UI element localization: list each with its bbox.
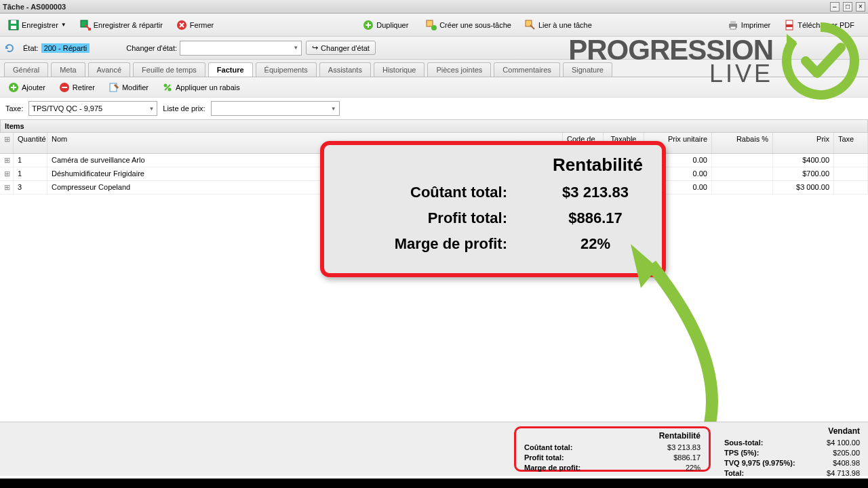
footer-totals-box: Vendant Sous-total:$4 100.00TPS (5%):$20…: [724, 426, 860, 472]
save-dispatch-button[interactable]: Enregistrer & répartir: [76, 18, 167, 33]
tab-pièces-jointes[interactable]: Pièces jointes: [427, 62, 491, 77]
close-window-button[interactable]: ×: [856, 2, 865, 12]
edit-icon: [108, 82, 119, 93]
save-button[interactable]: Enregistrer ▼: [4, 18, 71, 33]
subtask-icon: [426, 20, 437, 30]
chevron-down-icon: ▼: [293, 45, 298, 51]
tab-signature[interactable]: Signature: [563, 62, 612, 77]
pdf-icon: [784, 20, 795, 30]
state-label: État:: [23, 44, 39, 52]
footer-totals-title: Vendant: [724, 426, 860, 436]
callout-title: Rentabilité: [343, 155, 643, 176]
tab-avancé[interactable]: Avancé: [88, 62, 131, 77]
window-title: Tâche - AS000003: [3, 3, 66, 11]
tab-facture[interactable]: Facture: [208, 62, 253, 77]
download-pdf-button[interactable]: Télécharger PDF: [780, 18, 859, 33]
close-button[interactable]: Fermer: [172, 18, 218, 33]
tab-assistants[interactable]: Assistants: [319, 62, 371, 77]
footer-rent-title: Rentabilité: [524, 431, 701, 441]
minus-icon: [59, 82, 70, 93]
svg-point-17: [164, 83, 167, 87]
chevron-down-icon: ▼: [61, 22, 66, 28]
refresh-icon[interactable]: [4, 43, 15, 54]
apply-rebate-button[interactable]: Appliquer un rabais: [158, 80, 244, 95]
printer-icon: [728, 20, 738, 30]
profitability-callout: Rentabilité Coûtant total:$3 213.83Profi…: [320, 141, 666, 277]
change-state-button[interactable]: ↪ Changer d'état: [306, 41, 376, 55]
items-section-title: Items: [0, 119, 868, 133]
tab-commentaires[interactable]: Commentaires: [494, 62, 560, 77]
svg-rect-10: [730, 21, 736, 24]
modify-button[interactable]: Modifier: [104, 80, 153, 95]
col-qty[interactable]: Quantité: [14, 133, 47, 153]
percent-icon: [162, 82, 173, 93]
col-taxe[interactable]: Taxe: [834, 133, 868, 153]
tab-historique[interactable]: Historique: [374, 62, 425, 77]
taxe-label: Taxe:: [5, 104, 23, 113]
close-icon: [176, 20, 187, 30]
floppy-icon: [8, 20, 19, 30]
chevron-down-icon: ▼: [331, 106, 336, 112]
taxe-select[interactable]: TPS/TVQ QC - 9,975▼: [28, 101, 157, 116]
state-value: 200 - Réparti: [41, 43, 90, 53]
footer-profitability-box: Rentabilité Coûtant total:$3 213.83Profi…: [514, 426, 711, 472]
plus-icon: [8, 82, 19, 93]
svg-point-7: [431, 25, 437, 30]
minimize-button[interactable]: –: [830, 2, 840, 12]
expand-icon[interactable]: ⊞: [0, 167, 14, 180]
svg-rect-13: [786, 24, 793, 27]
expand-header[interactable]: ⊞: [0, 133, 14, 153]
tab-général[interactable]: Général: [4, 62, 48, 77]
change-state-select[interactable]: ▼: [180, 41, 302, 56]
svg-rect-2: [11, 26, 16, 29]
link-task-button[interactable]: Lier à une tâche: [521, 18, 596, 33]
arrow-right-icon: ↪: [312, 43, 318, 52]
svg-rect-11: [730, 26, 736, 29]
black-bar: [0, 479, 868, 488]
expand-icon[interactable]: ⊞: [0, 181, 14, 194]
col-price[interactable]: Prix: [773, 133, 834, 153]
svg-rect-1: [11, 20, 16, 24]
svg-rect-6: [427, 20, 433, 26]
change-state-label: Changer d'état:: [126, 44, 177, 52]
price-list-select[interactable]: ▼: [211, 101, 340, 116]
tab-feuille-de-temps[interactable]: Feuille de temps: [133, 62, 205, 77]
maximize-button[interactable]: □: [843, 2, 852, 12]
floppy-arrow-icon: [80, 20, 91, 30]
chevron-down-icon: ▼: [149, 106, 154, 112]
add-button[interactable]: Ajouter: [4, 80, 50, 95]
expand-icon[interactable]: ⊞: [0, 154, 14, 167]
col-rebate[interactable]: Rabais %: [712, 133, 773, 153]
svg-point-18: [168, 87, 172, 91]
remove-button[interactable]: Retirer: [55, 80, 99, 95]
duplicate-button[interactable]: Dupliquer: [359, 18, 412, 33]
price-list-label: Liste de prix:: [163, 104, 205, 113]
create-subtask-button[interactable]: Créer une sous-tâche: [422, 18, 515, 33]
duplicate-icon: [363, 20, 374, 30]
link-icon: [525, 20, 536, 30]
print-button[interactable]: Imprimer: [724, 18, 774, 33]
tab-équipements[interactable]: Équipements: [256, 62, 317, 77]
tab-meta[interactable]: Meta: [51, 62, 85, 77]
